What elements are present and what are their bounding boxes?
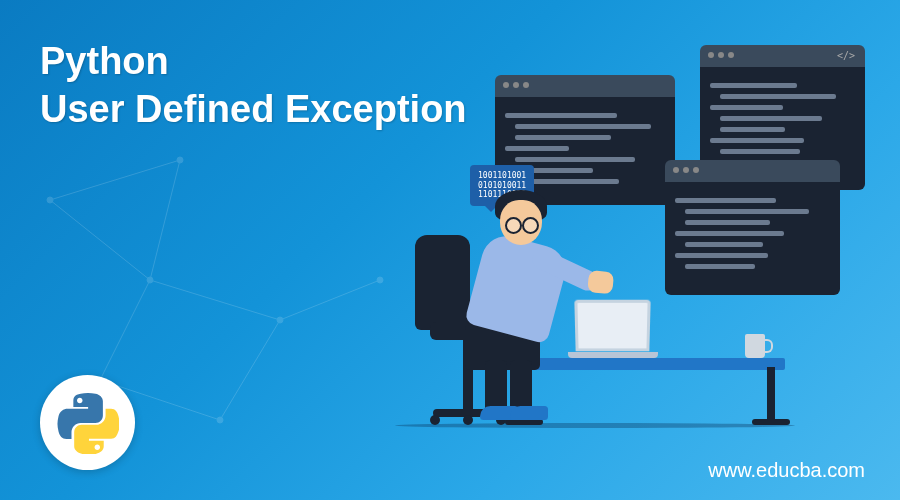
svg-point-8 [47,197,53,203]
chair-wheel [430,415,440,425]
chair-back [415,235,470,330]
person-shoe [510,406,548,420]
programmer-illustration: 100110100101010100111101110011 [365,45,865,425]
laptop [575,300,658,358]
svg-point-11 [277,317,283,323]
desk-foot [752,419,790,425]
svg-point-14 [177,157,183,163]
svg-line-2 [150,280,280,320]
svg-line-0 [50,200,150,280]
website-url: www.educba.com [708,459,865,482]
chair-wheel [463,415,473,425]
svg-point-9 [147,277,153,283]
svg-line-3 [220,320,280,420]
python-logo-icon [57,392,119,454]
glasses-icon [505,217,539,229]
code-window-3 [665,160,840,295]
programmer-person [405,145,585,425]
title-line-1: Python [40,40,169,82]
svg-line-6 [50,160,180,200]
banner-container: Python User Defined Exception www.educba… [0,0,900,500]
coffee-cup [745,334,765,358]
python-logo-badge [40,375,135,470]
svg-point-12 [217,417,223,423]
svg-line-7 [150,160,180,280]
desk-leg [767,367,775,425]
svg-line-1 [100,280,150,380]
